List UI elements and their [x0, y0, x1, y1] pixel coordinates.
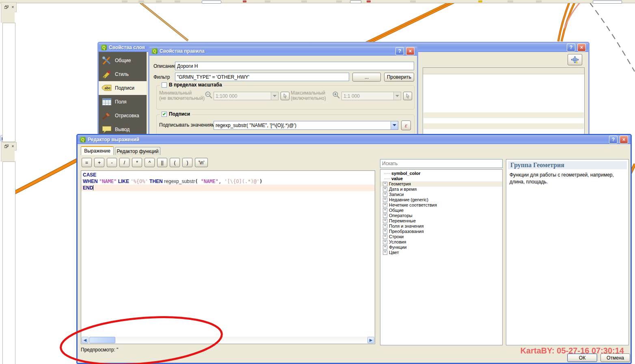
sidebar-item-fields[interactable]: Поля [99, 95, 147, 109]
close-icon[interactable]: × [620, 136, 628, 144]
description-input[interactable]: Дороги Н [175, 62, 414, 70]
help-icon[interactable]: ? [567, 43, 575, 52]
expression-dialog-button[interactable]: ε [401, 121, 411, 130]
expression-editor-titlebar[interactable]: Q Редактор выражений ? × [78, 135, 631, 144]
expand-plus-icon[interactable]: + [383, 245, 387, 250]
rule-row[interactable] [423, 112, 584, 118]
test-filter-button[interactable]: Проверить [384, 73, 414, 82]
rule-row[interactable] [423, 123, 584, 129]
set-max-from-canvas-button [403, 92, 412, 100]
tree-group[interactable]: +Нечеткие соответствия [380, 202, 502, 208]
functions-tree[interactable]: symbol_colorvalue+Геометрия+Дата и время… [380, 169, 503, 345]
expand-plus-icon[interactable]: + [383, 235, 387, 239]
tree-group[interactable]: +Строки [380, 234, 502, 239]
expand-plus-icon[interactable]: + [383, 240, 387, 244]
labels-checkbox[interactable]: ✔ [162, 112, 167, 117]
label-with-label: Подписывать значениями [159, 122, 218, 128]
operator-button[interactable]: * [132, 158, 142, 167]
watermark: KartaBY: 05-27-16 07:30:14 [521, 346, 624, 355]
operator-button[interactable]: || [157, 158, 167, 167]
tree-item-symbol_color[interactable]: symbol_color [380, 171, 502, 176]
cursor-icon [283, 93, 288, 99]
expand-plus-icon[interactable]: + [383, 219, 387, 223]
dock-panel-header-bottom[interactable]: × [1, 142, 17, 151]
expand-plus-icon[interactable]: + [383, 192, 387, 197]
fields-icon [102, 97, 112, 107]
expression-builder-button[interactable]: ... [352, 73, 381, 82]
expand-plus-icon[interactable]: + [383, 229, 387, 234]
tree-group[interactable]: +Преобразования [380, 229, 502, 234]
close-panel-icon[interactable]: × [10, 144, 15, 149]
rule-properties-dialog: Q Свойства правила ? × Описание Дороги Н… [148, 45, 418, 136]
tree-group[interactable]: +Дата и время [380, 187, 502, 192]
tree-group[interactable]: +Функции [380, 245, 502, 250]
labels-icon: abc [102, 83, 112, 93]
expand-plus-icon[interactable]: + [383, 203, 387, 207]
tree-group[interactable]: +Цвет [380, 250, 502, 255]
tree-group[interactable]: +Переменные [380, 218, 502, 224]
sidebar-item-labels[interactable]: abcПодписи [99, 81, 147, 95]
sidebar-item-general[interactable]: Общие [99, 54, 147, 67]
expand-plus-icon[interactable]: + [383, 224, 387, 228]
help-icon[interactable]: ? [609, 136, 618, 144]
code-line[interactable]: CASE [81, 172, 375, 178]
tree-group[interactable]: +Записи [380, 192, 502, 197]
operator-button[interactable]: ^ [145, 158, 155, 167]
tab-function-editor[interactable]: Редактор функций [115, 147, 160, 155]
tree-item-value[interactable]: value [380, 176, 502, 181]
close-icon[interactable]: × [406, 47, 415, 55]
code-line[interactable]: WHEN "NAME" LIKE '%{O%' THEN regexp_subs… [81, 178, 375, 185]
tree-group[interactable]: +Поля и значения [380, 224, 502, 229]
close-panel-icon[interactable]: × [10, 5, 15, 10]
scroll-right-icon[interactable]: ▶ [367, 337, 374, 343]
zoom-out-icon [205, 91, 213, 99]
operator-button[interactable]: - [107, 158, 117, 167]
sidebar-item-rendering[interactable]: Отрисовка [99, 109, 147, 123]
tree-group[interactable]: +Общие [380, 208, 502, 213]
expand-plus-icon[interactable]: + [383, 182, 387, 186]
operator-button[interactable]: = [82, 158, 92, 167]
qgis-icon: Q [101, 45, 107, 50]
operator-button[interactable]: '\n' [195, 158, 208, 167]
filter-input[interactable]: "GRMN_TYPE" = 'OTHER_HWY' [175, 73, 349, 81]
expand-plus-icon[interactable]: + [383, 208, 387, 213]
operator-button[interactable]: / [119, 158, 130, 167]
float-panel-icon[interactable] [4, 144, 9, 149]
preview-label: Предпросмотр: " [81, 347, 118, 353]
help-title: Группа Геометрия [508, 161, 627, 169]
dock-panel-header-top[interactable]: × [1, 2, 17, 12]
labeling-tool-button[interactable]: a [568, 54, 582, 65]
expand-plus-icon[interactable]: + [383, 213, 387, 218]
tree-group[interactable]: +Недавние (generic) [380, 197, 502, 202]
tree-group[interactable]: +Условия [380, 239, 502, 245]
scrollbar-thumb[interactable] [89, 337, 115, 343]
tree-group[interactable]: +Геометрия [380, 181, 502, 187]
expand-plus-icon[interactable]: + [383, 250, 387, 255]
tree-group[interactable]: +Операторы [380, 213, 502, 218]
svg-text:abc: abc [105, 86, 111, 90]
chevron-down-icon [391, 121, 398, 129]
help-body: Функции для работы с геометрией, наприме… [506, 171, 629, 186]
horizontal-scrollbar[interactable]: ◀ ▶ [82, 337, 374, 343]
operator-button[interactable]: ( [170, 158, 180, 167]
sidebar-item-style[interactable]: Стиль [99, 67, 147, 81]
operator-button[interactable]: ) [182, 158, 192, 167]
expand-plus-icon[interactable]: + [383, 187, 387, 192]
labeling-icon: a [570, 55, 580, 64]
scale-range-checkbox[interactable] [162, 82, 167, 88]
label-expression-combo[interactable]: regexp_substr( "NAME", '[^\{O](.*)@') [214, 121, 398, 130]
svg-text:a: a [576, 60, 578, 64]
operator-button[interactable]: + [94, 158, 104, 167]
float-panel-icon[interactable] [4, 5, 9, 10]
search-input[interactable] [380, 159, 503, 168]
expression-code-area[interactable]: CASEWHEN "NAME" LIKE '%{O%' THEN regexp_… [81, 170, 375, 344]
sidebar-item-label: Отрисовка [115, 113, 139, 118]
description-label: Описание [153, 63, 176, 69]
rule-properties-titlebar[interactable]: Q Свойства правила ? × [149, 47, 417, 56]
scroll-left-icon[interactable]: ◀ [82, 337, 89, 343]
expand-plus-icon[interactable]: + [383, 198, 387, 202]
help-icon[interactable]: ? [395, 47, 404, 55]
code-line[interactable]: END [81, 185, 375, 191]
tab-expression[interactable]: Выражение [81, 146, 114, 155]
close-icon[interactable]: × [577, 43, 586, 52]
